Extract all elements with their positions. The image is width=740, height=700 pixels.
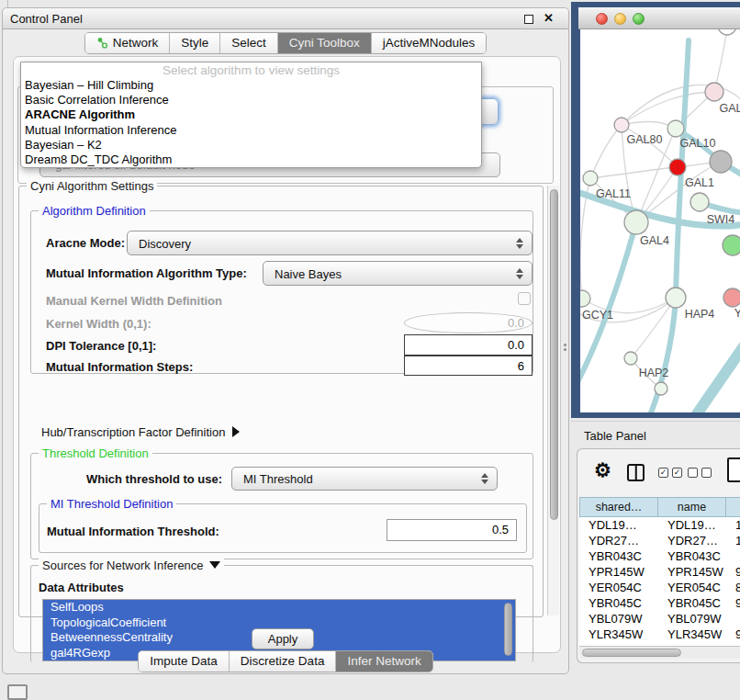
zoom-traffic-light[interactable]: [633, 13, 645, 25]
close-icon[interactable]: ✕: [544, 11, 554, 25]
network-node[interactable]: [723, 235, 740, 255]
list-item[interactable]: SelfLoops: [43, 600, 515, 615]
network-node[interactable]: [718, 29, 736, 35]
list-scrollbar-thumb[interactable]: [504, 603, 512, 656]
table-cell[interactable]: YBR045C: [658, 595, 726, 611]
table-cell[interactable]: 9.: [726, 564, 740, 580]
table-cell[interactable]: 9.: [726, 627, 740, 642]
table-cell[interactable]: YDL19…: [658, 517, 726, 533]
column-header[interactable]: shared…: [579, 497, 658, 517]
network-edge[interactable]: [622, 92, 714, 125]
mi-steps-field[interactable]: 6: [404, 356, 533, 376]
apply-button[interactable]: Apply: [252, 628, 314, 649]
table-cell[interactable]: [726, 611, 740, 627]
table-cell[interactable]: 12: [726, 533, 740, 548]
table-cell[interactable]: YBL079W: [579, 611, 658, 627]
network-node[interactable]: [723, 288, 740, 307]
tab-infer-network[interactable]: Infer Network: [336, 651, 432, 672]
network-canvas[interactable]: GALGAL80GAL10GAL1GAL11GAL4SWI4GCY1HAP4YH…: [580, 29, 740, 412]
dpi-tolerance-field[interactable]: 0.0: [404, 334, 533, 356]
table-row[interactable]: YDL19…YDL19…13: [579, 517, 740, 533]
table-row[interactable]: YBR045CYBR045C9.: [579, 595, 740, 611]
network-edge[interactable]: [650, 40, 689, 412]
split-columns-icon[interactable]: [627, 464, 645, 481]
tab-discretize-data[interactable]: Discretize Data: [230, 651, 337, 672]
table-cell[interactable]: YDR27…: [579, 533, 658, 548]
network-edge[interactable]: [692, 344, 740, 412]
splitpane-grip[interactable]: [562, 342, 568, 354]
select-all-columns-icon[interactable]: ✓✓: [658, 468, 682, 478]
dropdown-item[interactable]: Mutual Information Inference: [21, 123, 481, 138]
mi-threshold-field[interactable]: 0.5: [387, 519, 517, 541]
network-node[interactable]: [614, 118, 629, 132]
table-cell[interactable]: YDR27…: [658, 533, 726, 548]
network-window-titlebar[interactable]: [578, 7, 740, 29]
close-traffic-light[interactable]: [596, 13, 608, 25]
table-cell[interactable]: YER054C: [579, 580, 658, 595]
minimized-panel-icon[interactable]: [7, 684, 28, 700]
tab-style[interactable]: Style: [170, 33, 220, 53]
which-threshold-combobox[interactable]: MI Threshold: [231, 467, 498, 491]
table-row[interactable]: YBR043CYBR043C: [579, 548, 740, 564]
table-cell[interactable]: YLR345W: [579, 627, 658, 642]
network-node[interactable]: [667, 120, 684, 137]
network-node[interactable]: [624, 210, 648, 234]
dropdown-item[interactable]: Bayesian – K2: [21, 138, 481, 152]
column-header[interactable]: A: [726, 497, 740, 517]
network-node[interactable]: [624, 352, 637, 365]
settings-scrollbar[interactable]: [547, 186, 559, 615]
mi-type-combobox[interactable]: Naive Bayes: [263, 261, 533, 286]
table-row[interactable]: YDR27…YDR27…12: [579, 533, 740, 548]
hub-definition-toggle[interactable]: Hub/Transcription Factor Definition: [41, 425, 240, 439]
table-row[interactable]: YBL079WYBL079W: [579, 611, 740, 627]
network-node[interactable]: [666, 288, 686, 308]
table-cell[interactable]: [726, 548, 740, 564]
tab-cyni-toolbox[interactable]: Cyni Toolbox: [278, 33, 372, 53]
network-node[interactable]: [705, 83, 723, 101]
table-cell[interactable]: 9.: [726, 595, 740, 611]
network-node[interactable]: [583, 171, 598, 186]
minimize-traffic-light[interactable]: [614, 13, 626, 25]
kernel-width-field[interactable]: 0.0: [404, 312, 533, 333]
tab-impute-data[interactable]: Impute Data: [139, 651, 230, 672]
table-cell[interactable]: YER054C: [658, 580, 726, 595]
dropdown-item[interactable]: Bayesian – Hill Climbing: [21, 78, 481, 93]
gear-icon[interactable]: ⚙: [594, 459, 611, 481]
aracne-mode-combobox[interactable]: Discovery: [127, 231, 533, 255]
table-row[interactable]: YLR345WYLR345W9.: [579, 627, 740, 642]
network-edge[interactable]: [590, 125, 622, 178]
table-cell[interactable]: YBR045C: [579, 595, 658, 611]
table-cell[interactable]: YPR145W: [579, 564, 658, 580]
table-row[interactable]: YER054CYER054C8.: [579, 580, 740, 595]
dropdown-item-selected[interactable]: ARACNE Algorithm: [21, 107, 481, 122]
float-window-icon[interactable]: [524, 15, 533, 24]
table-cell[interactable]: YBL079W: [658, 611, 726, 627]
table-cell[interactable]: YLR345W: [658, 627, 726, 642]
dropdown-item[interactable]: Basic Correlation Inference: [21, 93, 481, 107]
deselect-all-columns-icon[interactable]: [688, 468, 712, 478]
network-edge[interactable]: [590, 167, 678, 178]
network-node[interactable]: [669, 159, 686, 175]
network-node[interactable]: [580, 290, 590, 307]
column-header[interactable]: name: [658, 497, 726, 517]
settings-scrollbar-thumb[interactable]: [550, 189, 558, 520]
manual-kernel-checkbox[interactable]: [518, 292, 531, 305]
network-node[interactable]: [655, 382, 667, 395]
table-cell[interactable]: YBR043C: [658, 548, 726, 564]
table-cell[interactable]: YDL19…: [579, 517, 658, 533]
table-hscrollbar[interactable]: [579, 646, 740, 659]
tab-jactivemnodules[interactable]: jActiveMNodules: [372, 33, 487, 53]
table-cell[interactable]: YBR043C: [579, 548, 658, 564]
table-cell[interactable]: 8.: [726, 580, 740, 595]
dropdown-item[interactable]: Dream8 DC_TDC Algorithm: [21, 152, 481, 167]
network-node[interactable]: [690, 193, 709, 211]
table-hscrollbar-thumb[interactable]: [582, 649, 681, 657]
table-row[interactable]: YPR145WYPR145W9.: [579, 564, 740, 580]
sources-group-title[interactable]: Sources for Network Inference: [39, 559, 224, 572]
network-node[interactable]: [710, 151, 732, 173]
table-cell[interactable]: 13: [726, 517, 740, 533]
table-cell[interactable]: YPR145W: [658, 564, 726, 580]
node-table[interactable]: shared… name A YDL19…YDL19…13YDR27…YDR27…: [579, 497, 740, 646]
tab-network[interactable]: Network: [85, 33, 171, 53]
tab-select[interactable]: Select: [220, 33, 278, 53]
